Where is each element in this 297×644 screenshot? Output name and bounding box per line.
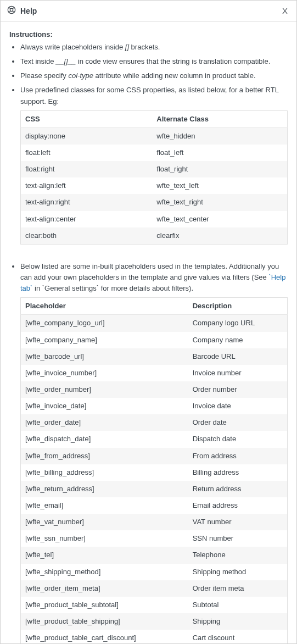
alt-class-cell: float_right <box>152 161 287 177</box>
text: in code view ensures that the string is … <box>76 57 270 65</box>
placeholder-cell: [wfte_company_logo_url] <box>21 315 188 332</box>
titlebar: Help X <box>1 1 296 21</box>
table-row: [wfte_order_number]Order number <box>21 381 288 398</box>
description-cell: Return address <box>188 481 288 497</box>
emphasis: __[]__ <box>56 57 76 65</box>
emphasis: [] <box>125 43 129 51</box>
table-row: [wfte_return_address]Return address <box>21 481 288 497</box>
table-row: clear:bothclearfix <box>21 227 288 245</box>
svg-line-3 <box>13 11 14 13</box>
table-row: [wfte_vat_number]VAT number <box>21 514 288 530</box>
svg-line-2 <box>9 7 10 9</box>
placeholder-cell: [wfte_order_date] <box>21 414 188 431</box>
description-cell: Invoice number <box>188 365 288 381</box>
css-cell: text-align:left <box>21 177 153 194</box>
text: in `General settings` for more details a… <box>32 284 193 292</box>
placeholder-table: Placeholder Description [wfte_company_lo… <box>20 297 288 643</box>
dialog-content[interactable]: Instructions: Always write placeholders … <box>1 21 296 643</box>
css-cell: float:left <box>21 145 153 161</box>
table-header-description: Description <box>188 298 288 315</box>
css-cell: float:right <box>21 161 153 177</box>
table-row: [wfte_product_table_shipping]Shipping <box>21 613 288 630</box>
help-icon <box>7 5 16 16</box>
table-row: [wfte_email]Email address <box>21 497 288 514</box>
css-cell: clear:both <box>21 227 153 245</box>
description-cell: Shipping method <box>188 564 288 580</box>
description-cell: Cart discount <box>188 630 288 643</box>
description-cell: Barcode URL <box>188 348 288 365</box>
close-button[interactable]: X <box>280 5 290 16</box>
table-row: [wfte_tel]Telephone <box>21 547 288 563</box>
placeholder-cell: [wfte_product_table_subtotal] <box>21 597 188 613</box>
table-row: text-align:leftwfte_text_left <box>21 177 288 194</box>
table-row: [wfte_order_item_meta]Order item meta <box>21 580 288 597</box>
description-cell: Email address <box>188 497 288 514</box>
description-cell: Telephone <box>188 547 288 563</box>
description-cell: Invoice date <box>188 398 288 414</box>
css-classes-table: CSS Alternate Class display:nonewfte_hid… <box>20 110 288 245</box>
description-cell: Order item meta <box>188 580 288 597</box>
placeholder-section: Below listed are some in-built placehold… <box>9 261 288 643</box>
placeholder-cell: [wfte_shipping_method] <box>21 564 188 580</box>
svg-line-5 <box>9 11 10 13</box>
help-dialog: Help X Instructions: Always write placeh… <box>0 0 297 644</box>
placeholder-cell: [wfte_product_table_cart_discount] <box>21 630 188 643</box>
table-row: [wfte_dispatch_date]Dispatch date <box>21 431 288 447</box>
alt-class-cell: float_left <box>152 145 287 161</box>
placeholder-cell: [wfte_tel] <box>21 547 188 563</box>
emphasis: col-type <box>68 71 93 80</box>
description-cell: Subtotal <box>188 597 288 613</box>
description-cell: Order date <box>188 414 288 431</box>
alt-class-cell: wfte_hidden <box>152 127 287 145</box>
css-cell: text-align:right <box>21 194 153 210</box>
text: Please specify <box>20 71 68 80</box>
alt-class-cell: wfte_text_center <box>152 211 287 227</box>
placeholder-cell: [wfte_from_address] <box>21 448 188 464</box>
dialog-title: Help <box>20 7 37 15</box>
description-cell: Shipping <box>188 613 288 630</box>
table-row: [wfte_shipping_method]Shipping method <box>21 564 288 580</box>
placeholder-cell: [wfte_vat_number] <box>21 514 188 530</box>
svg-point-1 <box>10 8 13 11</box>
table-row: text-align:rightwfte_text_right <box>21 194 288 210</box>
text: Always write placeholders inside <box>20 43 125 51</box>
table-header-css: CSS <box>21 110 153 127</box>
placeholder-cell: [wfte_product_table_shipping] <box>21 613 188 630</box>
alt-class-cell: wfte_text_right <box>152 194 287 210</box>
table-row: [wfte_product_table_cart_discount]Cart d… <box>21 630 288 643</box>
description-cell: Company name <box>188 332 288 348</box>
placeholder-intro-item: Below listed are some in-built placehold… <box>20 261 288 643</box>
placeholder-cell: [wfte_order_number] <box>21 381 188 398</box>
description-cell: VAT number <box>188 514 288 530</box>
table-row: [wfte_company_logo_url]Company logo URL <box>21 315 288 332</box>
alt-class-cell: clearfix <box>152 227 287 245</box>
instruction-item: Use predefined classes for some CSS prop… <box>20 85 288 244</box>
table-row: [wfte_billing_address]Billing address <box>21 464 288 481</box>
table-row: [wfte_company_name]Company name <box>21 332 288 348</box>
table-row: [wfte_invoice_date]Invoice date <box>21 398 288 414</box>
description-cell: SSN number <box>188 530 288 547</box>
description-cell: Company logo URL <box>188 315 288 332</box>
text: brackets. <box>129 43 160 51</box>
table-row: [wfte_from_address]From address <box>21 448 288 464</box>
placeholder-cell: [wfte_ssn_number] <box>21 530 188 547</box>
instruction-item: Please specify col-type attribute while … <box>20 70 288 81</box>
table-row: display:nonewfte_hidden <box>21 127 288 145</box>
table-row: [wfte_ssn_number]SSN number <box>21 530 288 547</box>
table-row: [wfte_order_date]Order date <box>21 414 288 431</box>
text: attribute while adding new column in pro… <box>93 71 256 80</box>
table-header-placeholder: Placeholder <box>21 298 188 315</box>
instruction-item: Text inside __[]__ in code view ensures … <box>20 56 288 67</box>
placeholder-cell: [wfte_order_item_meta] <box>21 580 188 597</box>
css-cell: text-align:center <box>21 211 153 227</box>
table-row: float:leftfloat_left <box>21 145 288 161</box>
placeholder-cell: [wfte_barcode_url] <box>21 348 188 365</box>
css-cell: display:none <box>21 127 153 145</box>
titlebar-left: Help <box>7 5 37 16</box>
description-cell: From address <box>188 448 288 464</box>
alt-class-cell: wfte_text_left <box>152 177 287 194</box>
table-header-alt: Alternate Class <box>152 110 287 127</box>
placeholder-cell: [wfte_dispatch_date] <box>21 431 188 447</box>
placeholder-cell: [wfte_return_address] <box>21 481 188 497</box>
table-row: float:rightfloat_right <box>21 161 288 177</box>
